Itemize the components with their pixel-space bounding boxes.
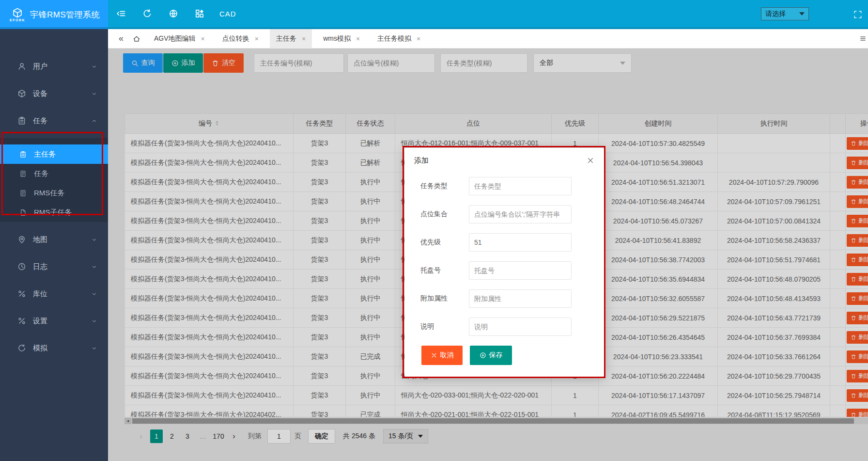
chevron-up-icon <box>91 118 97 124</box>
save-button-label: 保存 <box>489 351 503 360</box>
tab-点位转换[interactable]: 点位转换× <box>216 29 265 48</box>
tab-label: 主任务模拟 <box>377 34 411 43</box>
caret-down-icon <box>799 12 805 16</box>
field-input-优先级[interactable] <box>469 233 572 252</box>
app-title: 宇锋RMS管理系统 <box>30 9 100 20</box>
tabs-collapse-button[interactable]: « <box>115 33 127 44</box>
tab-close-icon[interactable]: × <box>255 35 259 42</box>
map-select[interactable]: 请选择 <box>761 7 809 20</box>
sidebar-item-任务[interactable]: 任务 <box>0 111 108 130</box>
device-icon <box>17 89 26 98</box>
sidebar-item-label: 主任务 <box>34 150 56 159</box>
sidebar-item-label: 设备 <box>33 89 47 98</box>
globe-icon[interactable] <box>160 0 186 27</box>
sidebar-item-label: 日志 <box>33 262 47 271</box>
fullscreen-icon[interactable] <box>853 10 862 19</box>
tabbar: « AGV地图编辑×点位转换×主任务×wms模拟×主任务模拟× <box>108 29 868 48</box>
tab-options-button[interactable] <box>857 29 868 48</box>
modal-field-row: 任务类型 <box>420 177 604 195</box>
tab-close-icon[interactable]: × <box>201 35 205 42</box>
sidebar-item-日志[interactable]: 日志 <box>0 257 108 276</box>
dialog-footer: 取消 保存 <box>404 346 604 365</box>
file-icon <box>19 209 27 216</box>
field-label: 附加属性 <box>420 294 469 303</box>
slot-icon <box>17 289 26 298</box>
tab-AGV地图编辑[interactable]: AGV地图编辑× <box>148 29 211 48</box>
doc-icon <box>19 170 27 177</box>
sidebar-item-任务[interactable]: 任务 <box>0 164 108 183</box>
sidebar: 用户设备任务主任务任务RMS任务RMS子任务地图日志库位设置模拟 <box>0 29 108 461</box>
cancel-button[interactable]: 取消 <box>421 346 463 365</box>
sidebar-item-库位[interactable]: 库位 <box>0 284 108 303</box>
tab-label: 点位转换 <box>222 34 249 43</box>
cad-link[interactable]: CAD <box>219 10 236 18</box>
tab-label: AGV地图编辑 <box>154 34 196 43</box>
dialog-title: 添加 <box>414 156 429 165</box>
tab-close-icon[interactable]: × <box>302 35 306 42</box>
field-input-附加属性[interactable] <box>469 289 572 308</box>
tab-wms模拟[interactable]: wms模拟× <box>317 29 366 48</box>
chevron-down-icon <box>91 64 97 70</box>
tab-label: 主任务 <box>276 34 296 43</box>
apps-icon[interactable] <box>186 0 213 27</box>
tab-close-icon[interactable]: × <box>356 35 360 42</box>
sidebar-item-label: RMS任务 <box>34 189 64 198</box>
close-icon <box>431 352 437 359</box>
sidebar-item-label: RMS子任务 <box>34 208 72 217</box>
tab-list: AGV地图编辑×点位转换×主任务×wms模拟×主任务模拟× <box>148 29 432 48</box>
sidebar-item-用户[interactable]: 用户 <box>0 57 108 76</box>
sidebar-item-主任务[interactable]: 主任务 <box>0 144 108 164</box>
modal-field-row: 优先级 <box>420 233 604 252</box>
chevron-down-icon <box>91 291 97 297</box>
doc-icon <box>19 190 27 197</box>
chevron-down-icon <box>91 91 97 97</box>
chevron-down-icon <box>91 237 97 243</box>
tab-close-icon[interactable]: × <box>417 35 420 42</box>
sidebar-item-label: 任务 <box>34 169 48 178</box>
modal-field-row: 点位集合 <box>420 205 604 223</box>
cancel-button-label: 取消 <box>440 351 454 360</box>
sidebar-item-RMS子任务[interactable]: RMS子任务 <box>0 203 108 222</box>
plus-circle-icon <box>480 352 486 359</box>
field-label: 任务类型 <box>420 182 469 191</box>
close-icon[interactable] <box>587 157 594 164</box>
tab-label: wms模拟 <box>323 34 351 43</box>
tab-主任务模拟[interactable]: 主任务模拟× <box>371 29 427 48</box>
sidebar-item-设备[interactable]: 设备 <box>0 84 108 103</box>
sidebar-item-label: 用户 <box>33 62 47 71</box>
sidebar-item-设置[interactable]: 设置 <box>0 311 108 331</box>
sidebar-item-模拟[interactable]: 模拟 <box>0 338 108 358</box>
sidebar-submenu: 主任务任务RMS任务RMS子任务 <box>0 138 108 222</box>
field-input-说明[interactable] <box>469 318 572 336</box>
clipboard-icon <box>19 151 27 158</box>
field-label: 托盘号 <box>420 266 469 275</box>
modal-field-row: 附加属性 <box>420 289 604 308</box>
menu-icon <box>859 35 867 42</box>
field-input-任务类型[interactable] <box>469 177 572 195</box>
topbar: EFORK 宇锋RMS管理系统 CAD 请选择 <box>0 0 868 29</box>
logo-cube-icon: EFORK <box>10 8 25 22</box>
collapse-menu-icon[interactable] <box>108 0 134 27</box>
sidebar-item-地图[interactable]: 地图 <box>0 230 108 249</box>
tab-主任务[interactable]: 主任务× <box>270 29 312 48</box>
user-icon <box>17 62 26 71</box>
settings-icon <box>17 317 26 325</box>
sidebar-item-label: 库位 <box>33 289 47 299</box>
clock-icon <box>17 262 26 271</box>
home-tab[interactable] <box>127 29 146 48</box>
home-icon <box>133 35 140 43</box>
logo-brand: EFORK <box>10 18 25 22</box>
field-input-托盘号[interactable] <box>469 261 572 280</box>
field-label: 点位集合 <box>420 210 469 219</box>
sidebar-item-RMS任务[interactable]: RMS任务 <box>0 183 108 203</box>
dialog-body: 任务类型点位集合优先级托盘号附加属性说明 <box>404 173 604 336</box>
task-icon <box>17 116 26 125</box>
chevron-down-icon <box>91 264 97 270</box>
field-input-点位集合[interactable] <box>469 205 572 223</box>
topbar-icons: CAD <box>108 0 236 27</box>
sidebar-item-label: 地图 <box>33 235 47 244</box>
refresh-icon[interactable] <box>134 0 160 27</box>
field-label: 优先级 <box>420 238 469 247</box>
save-button[interactable]: 保存 <box>470 346 512 365</box>
chevron-down-icon <box>91 318 97 324</box>
